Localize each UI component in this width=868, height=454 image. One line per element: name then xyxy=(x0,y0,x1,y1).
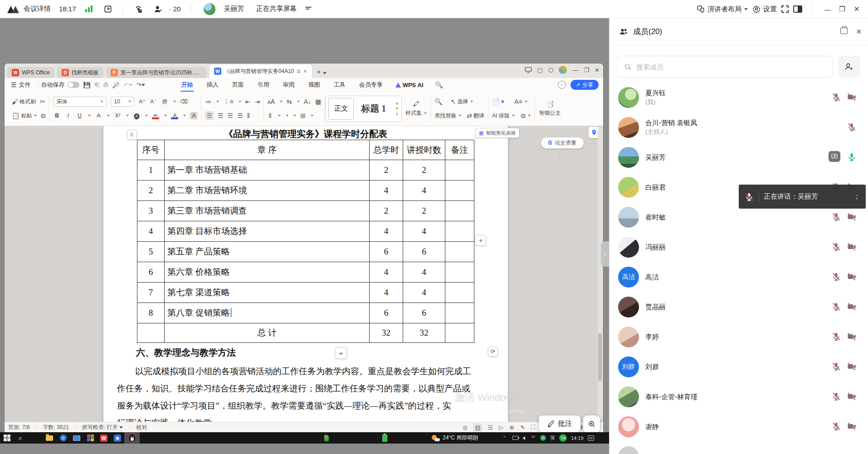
wps-home-tab[interactable]: W WPS Office xyxy=(7,67,54,78)
align-center-button[interactable]: ☰ xyxy=(218,112,224,119)
paste-button[interactable]: 📋粘贴 xyxy=(12,112,37,120)
add-member-button[interactable] xyxy=(838,56,860,78)
minimize-button[interactable]: — xyxy=(823,4,833,14)
taskbar-clock[interactable]: 14:19 xyxy=(571,435,584,441)
bullet-list-button[interactable]: ≔ xyxy=(205,98,211,105)
bold-button[interactable]: B xyxy=(53,112,60,119)
outlook-icon[interactable]: o xyxy=(56,432,70,444)
section-heading[interactable]: 六、教学理念与教学方法 xyxy=(136,347,236,359)
start-button[interactable] xyxy=(0,432,14,444)
member-search-box[interactable] xyxy=(617,56,833,78)
increase-font-icon[interactable]: A⁺ xyxy=(138,98,146,105)
participants-muted-icon[interactable] xyxy=(154,5,163,14)
select-button[interactable]: ↖选择 xyxy=(451,98,473,106)
panel-collapse-handle[interactable]: ‹ xyxy=(601,241,609,267)
font-size-select[interactable]: 10 xyxy=(111,97,134,107)
course-hours-table[interactable]: 序号 章 序 总学时 讲授时数 备注 1第一章 市场营销基础22 2第二章 市场… xyxy=(137,140,474,343)
workspace-icon[interactable]: ▢ xyxy=(537,67,543,73)
justify-button[interactable]: ☰ xyxy=(237,112,243,119)
fullscreen-button[interactable] xyxy=(781,5,789,13)
table-drag-handle[interactable]: ⠿ xyxy=(127,130,137,140)
menu-tab-page[interactable]: 页面 xyxy=(231,78,245,91)
clear-format-icon[interactable]: ⌫ xyxy=(180,98,187,105)
style-down-icon[interactable]: ▼ xyxy=(395,107,399,111)
collapse-chevron-icon[interactable]: ⌄ xyxy=(558,151,561,156)
table-row[interactable]: 7第七章 渠道策略44 xyxy=(137,283,474,303)
menu-tab-insert[interactable]: 插入 xyxy=(206,78,219,91)
document-page[interactable]: 《品牌与营销管理实务》课程学时分配表 序号 章 序 总学时 讲授时数 备注 1第… xyxy=(103,126,508,422)
qq-icon-active[interactable] xyxy=(124,432,140,444)
autosave-toggle[interactable] xyxy=(68,82,79,88)
outline-view-icon[interactable]: ☱ xyxy=(488,424,493,431)
annotate-button[interactable]: 批注 xyxy=(539,415,580,432)
copy-icon[interactable]: ⧉ xyxy=(41,112,45,120)
menu-tab-tools[interactable]: 工具 xyxy=(333,78,346,91)
member-row[interactable]: 刘群 刘群 xyxy=(610,352,868,382)
table-row[interactable]: 8第八章 促销策略66 xyxy=(137,303,474,323)
ai-layout-button[interactable]: AI 排版 xyxy=(492,112,515,120)
member-row-partial[interactable] xyxy=(610,442,868,454)
wifi-icon[interactable] xyxy=(531,436,536,440)
green-app-icon[interactable] xyxy=(320,432,333,444)
style-heading1[interactable]: 标题 1 xyxy=(356,98,391,120)
superscript-button[interactable]: X² xyxy=(114,112,121,119)
account-avatar[interactable] xyxy=(559,66,567,74)
panel-popout-icon[interactable] xyxy=(840,28,848,34)
redo-icon[interactable]: ↷ xyxy=(137,82,141,88)
table-row[interactable]: 1第一章 市场营销基础22 xyxy=(137,160,474,181)
spellcheck-toggle[interactable]: 拼写检查: 打开 xyxy=(82,424,123,431)
display-app-icon[interactable] xyxy=(70,432,83,444)
page-setup-button[interactable]: ▦ xyxy=(315,98,321,105)
ppt-document-tab[interactable]: P 第一章品牌与营销导论2025秋.pptx xyxy=(106,67,207,78)
word-count[interactable]: 字数: 3621 xyxy=(43,424,68,431)
battery-tray-icon[interactable] xyxy=(512,436,518,440)
paper-check-button[interactable]: Ꮆ论文查重 xyxy=(541,137,584,149)
taskbar-search-icon[interactable]: ⌕ xyxy=(14,432,27,444)
file-menu[interactable]: ☰文件 xyxy=(5,81,35,89)
menu-tab-member[interactable]: 会员专享 xyxy=(358,78,384,91)
magnifier-button[interactable] xyxy=(583,415,600,432)
fit-page-icon[interactable]: ⛶ xyxy=(531,424,535,431)
member-row[interactable]: 李婷 xyxy=(610,322,868,352)
format-painter-button[interactable]: 🖌格式刷 xyxy=(12,98,36,106)
docer-template-tab[interactable]: D 找稻壳模板 xyxy=(57,67,103,78)
table-row[interactable]: 3第三章 市场营销调查22 xyxy=(137,201,474,221)
wps-close-icon[interactable]: ✕ xyxy=(595,67,600,73)
print-icon[interactable]: ⎙ xyxy=(103,81,108,88)
member-row[interactable]: 冯丽丽 xyxy=(610,232,868,262)
volume-icon[interactable] xyxy=(522,436,525,440)
weather-widget[interactable]: 24°C 局部晴朗 xyxy=(432,434,478,442)
writer-document-tab[interactable]: W 《品牌与营销管理实务04A10 ⧉ ✕ xyxy=(210,64,312,78)
paragraph-line[interactable]: 行理论与实践一体化教学。 xyxy=(117,415,495,422)
borders-button[interactable]: ⊞ xyxy=(300,112,306,119)
member-row[interactable]: 谢静 xyxy=(610,412,868,442)
doc-scrollbar[interactable] xyxy=(598,127,602,421)
settings-button[interactable]: 设置 xyxy=(752,5,777,14)
smart-beautify-table-button[interactable]: ▦智能美化表格 xyxy=(475,128,519,138)
member-row[interactable]: 夏兴钰(我) xyxy=(610,83,868,112)
security-shield-icon[interactable]: S xyxy=(540,435,546,441)
shading-button[interactable]: ◔ xyxy=(285,112,288,119)
page-view-icon[interactable]: ▤ xyxy=(473,424,482,431)
eye-protect-icon[interactable]: ◎ xyxy=(463,424,468,431)
style-set-button[interactable]: 🖍样式集 xyxy=(402,100,430,117)
line-spacing-button[interactable]: ⇕ xyxy=(268,112,273,119)
audio-broadcast-icon[interactable]: T xyxy=(134,5,143,14)
meeting-details-link[interactable]: 会议详情 xyxy=(24,5,51,13)
ime-indicator[interactable]: 英 xyxy=(550,434,555,441)
member-row[interactable]: 泰科-企管-林育瑾 xyxy=(610,382,868,412)
wps-restore-icon[interactable]: ❐ xyxy=(584,67,589,73)
tab-close-icon[interactable]: ✕ xyxy=(303,68,307,74)
member-row[interactable]: 贾晶丽 xyxy=(610,292,868,322)
wps-taskbar-icon[interactable]: W xyxy=(97,432,111,444)
action-center-icon[interactable] xyxy=(588,435,594,441)
open-external-icon[interactable] xyxy=(103,5,112,14)
decrease-font-icon[interactable]: A⁻ xyxy=(150,98,157,105)
increase-indent-button[interactable]: ⇥ xyxy=(254,98,260,105)
text-scale-button[interactable]: 🗚 xyxy=(268,98,275,106)
layout-selector[interactable]: 演讲者布局 xyxy=(697,5,748,14)
cut-icon[interactable]: ✂ xyxy=(40,98,45,105)
phonetic-guide-icon[interactable]: 拼 xyxy=(161,98,168,105)
strikethrough-button[interactable]: A xyxy=(95,112,102,119)
table-row[interactable]: 2第二章 市场营销环境44 xyxy=(137,181,474,201)
